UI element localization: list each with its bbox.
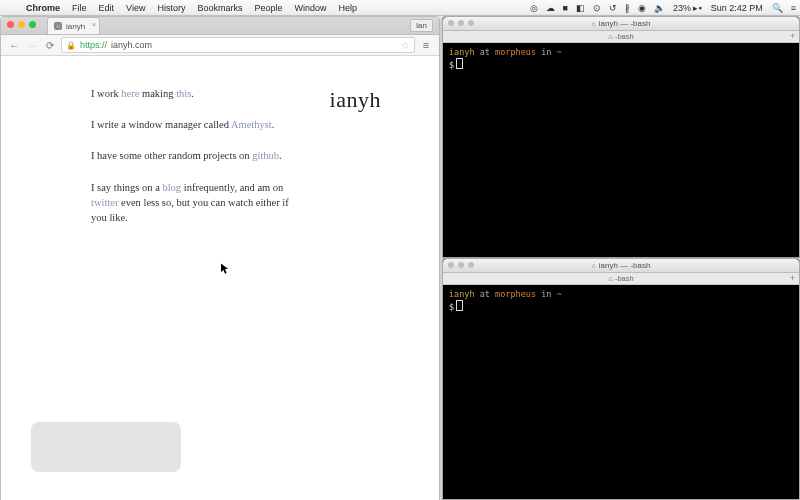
spotlight-icon[interactable]: 🔍 <box>768 3 787 13</box>
status-icon[interactable]: ◧ <box>572 3 589 13</box>
link-amethyst[interactable]: Amethyst <box>231 119 272 130</box>
status-icon[interactable]: ↺ <box>605 3 621 13</box>
window-zoom-button[interactable] <box>468 262 474 268</box>
intro-line-1: I work here making this. <box>91 86 291 101</box>
terminal-title: ianyh — -bash <box>599 261 651 270</box>
address-bar[interactable]: 🔒 https://ianyh.com ☆ <box>61 37 415 53</box>
terminal-tab[interactable]: ⌂ -bash <box>608 32 633 41</box>
lock-icon: 🔒 <box>66 41 76 50</box>
window-minimize-button[interactable] <box>458 262 464 268</box>
wifi-icon[interactable]: ◉ <box>634 3 650 13</box>
menu-extra-icon[interactable]: ≡ <box>787 3 800 13</box>
intro-line-3: I have some other random projects on git… <box>91 148 291 163</box>
keycast-overlay <box>31 422 181 472</box>
menu-file[interactable]: File <box>66 3 93 13</box>
terminal-prompt-line: ianyh at morpheus in ~ <box>449 289 793 300</box>
status-icon[interactable]: ◎ <box>526 3 542 13</box>
link-twitter[interactable]: twitter <box>91 197 118 208</box>
menu-people[interactable]: People <box>248 3 288 13</box>
terminal-prompt-line: ianyh at morpheus in ~ <box>449 47 793 58</box>
intro-line-4: I say things on a blog infrequently, and… <box>91 180 291 226</box>
window-zoom-button[interactable] <box>29 21 36 28</box>
terminal-window-bottom: ⌂ ianyh — -bash ⌂ -bash + ianyh at morph… <box>442 258 800 500</box>
reload-button[interactable]: ⟳ <box>43 40 57 51</box>
tab-title: ianyh <box>66 22 85 31</box>
terminal-tab-bar: ⌂ -bash + <box>443 273 799 285</box>
terminal-new-tab-button[interactable]: + <box>790 31 795 41</box>
menu-bar: Chrome File Edit View History Bookmarks … <box>0 0 800 16</box>
tab-close-icon[interactable]: × <box>92 21 96 28</box>
browser-tab[interactable]: ○ ianyh × <box>47 17 100 34</box>
window-traffic-lights <box>448 20 474 26</box>
chrome-tab-strip: ○ ianyh × Ian <box>1 17 439 34</box>
terminal-cursor <box>456 58 463 69</box>
terminal-tab[interactable]: ⌂ -bash <box>608 274 633 283</box>
terminal-input-line: $ <box>449 300 793 313</box>
terminal-tab-bar: ⌂ -bash + <box>443 31 799 43</box>
window-zoom-button[interactable] <box>468 20 474 26</box>
chrome-profile-button[interactable]: Ian <box>410 19 433 32</box>
terminal-window-top: ⌂ ianyh — -bash ⌂ -bash + ianyh at morph… <box>442 16 800 258</box>
menu-window[interactable]: Window <box>288 3 332 13</box>
menu-bookmarks[interactable]: Bookmarks <box>191 3 248 13</box>
site-logo: ianyh <box>330 84 381 116</box>
bookmark-star-icon[interactable]: ☆ <box>401 40 410 51</box>
menu-history[interactable]: History <box>151 3 191 13</box>
home-folder-icon: ⌂ <box>592 262 596 269</box>
url-host: ianyh.com <box>111 40 152 50</box>
menubar-app-name[interactable]: Chrome <box>20 3 66 13</box>
volume-icon[interactable]: 🔈 <box>650 3 669 13</box>
window-close-button[interactable] <box>448 262 454 268</box>
terminal-body[interactable]: ianyh at morpheus in ~ $ <box>443 43 799 75</box>
menu-view[interactable]: View <box>120 3 151 13</box>
battery-status[interactable]: 23% ▸▪ <box>669 3 706 13</box>
window-minimize-button[interactable] <box>18 21 25 28</box>
terminal-title-bar: ⌂ ianyh — -bash <box>443 259 799 273</box>
window-close-button[interactable] <box>448 20 454 26</box>
link-here[interactable]: here <box>121 88 139 99</box>
link-github[interactable]: github <box>252 150 279 161</box>
window-minimize-button[interactable] <box>458 20 464 26</box>
forward-button[interactable]: → <box>25 40 39 51</box>
terminal-input-line: $ <box>449 58 793 71</box>
back-button[interactable]: ← <box>7 40 21 51</box>
chrome-toolbar: ← → ⟳ 🔒 https://ianyh.com ☆ ≡ <box>1 34 439 56</box>
link-blog[interactable]: blog <box>162 182 181 193</box>
chrome-menu-button[interactable]: ≡ <box>419 39 433 51</box>
status-icon[interactable]: ☁ <box>542 3 559 13</box>
home-folder-icon: ⌂ <box>592 20 596 27</box>
menu-edit[interactable]: Edit <box>93 3 121 13</box>
terminal-body[interactable]: ianyh at morpheus in ~ $ <box>443 285 799 317</box>
tab-favicon: ○ <box>54 22 62 30</box>
bluetooth-icon[interactable]: ∦ <box>621 3 634 13</box>
terminal-title: ianyh — -bash <box>599 19 651 28</box>
chrome-window: ○ ianyh × Ian ← → ⟳ 🔒 https://ianyh.com … <box>0 16 440 500</box>
web-page-content: ianyh I work here making this. I write a… <box>1 56 439 500</box>
url-scheme: https:// <box>80 40 107 50</box>
link-this[interactable]: this <box>176 88 191 99</box>
menu-help[interactable]: Help <box>332 3 363 13</box>
status-icon[interactable]: ■ <box>559 3 572 13</box>
menu-bar-clock[interactable]: Sun 2:42 PM <box>706 3 768 13</box>
status-icon[interactable]: ⊙ <box>589 3 605 13</box>
intro-line-2: I write a window manager called Amethyst… <box>91 117 291 132</box>
terminal-new-tab-button[interactable]: + <box>790 273 795 283</box>
window-traffic-lights <box>448 262 474 268</box>
window-traffic-lights <box>7 21 36 28</box>
terminal-title-bar: ⌂ ianyh — -bash <box>443 17 799 31</box>
window-close-button[interactable] <box>7 21 14 28</box>
terminal-cursor <box>456 300 463 311</box>
